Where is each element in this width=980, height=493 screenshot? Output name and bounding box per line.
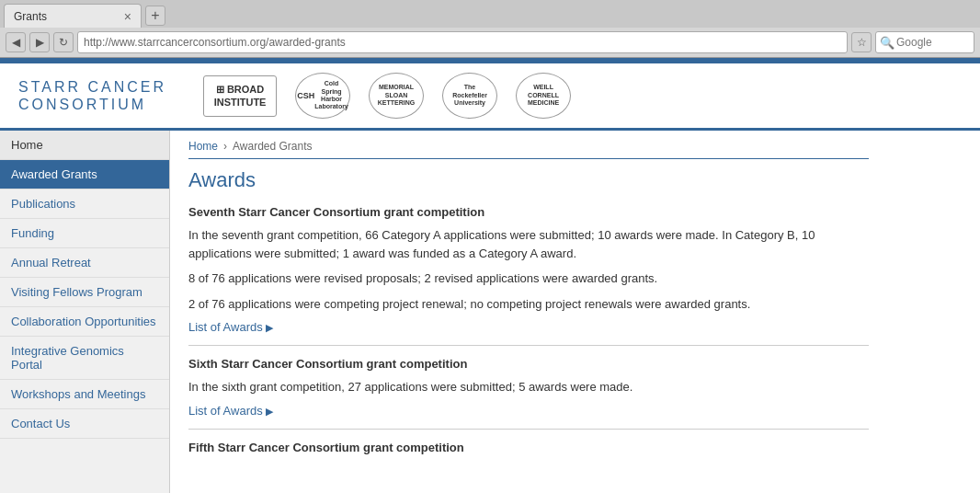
section-title-5th: Fifth Starr Cancer Consortium grant comp… [188,441,869,454]
back-button[interactable]: ◀ [6,32,26,52]
sidebar-item-funding[interactable]: Funding [0,219,169,248]
tab-bar: Grants × + [0,0,980,28]
section-text-7th-1: In the seventh grant competition, 66 Cat… [188,226,869,262]
search-input[interactable] [896,36,970,49]
arrow-icon-7th: ▶ [266,322,273,333]
browser-chrome: Grants × + ◀ ▶ ↻ ☆ 🔍 [0,0,980,58]
site-title: STARR CANCER CONSORTIUM [18,78,166,113]
sidebar-item-annual-retreat[interactable]: Annual Retreat [0,248,169,278]
csh-logo: CSHCold Spring HarborLaboratory [295,73,350,119]
tab-close-button[interactable]: × [124,9,131,24]
sidebar-item-publications[interactable]: Publications [0,189,169,219]
sidebar-item-home[interactable]: Home [0,131,169,160]
breadcrumb-home-link[interactable]: Home [188,140,218,153]
search-icon: 🔍 [880,36,895,50]
sidebar-item-visiting-fellows[interactable]: Visiting Fellows Program [0,278,169,307]
breadcrumb-current: Awarded Grants [233,140,313,153]
page-title: Awards [188,168,869,192]
arrow-icon-6th: ▶ [266,406,273,417]
breadcrumb: Home › Awarded Grants [188,140,869,159]
sidebar-item-collaboration[interactable]: Collaboration Opportunities [0,307,169,337]
address-bar: ◀ ▶ ↻ ☆ 🔍 [0,28,980,57]
search-box[interactable]: 🔍 [875,31,974,53]
main-layout: Home Awarded Grants Publications Funding… [0,131,980,493]
page-header: STARR CANCER CONSORTIUM ⊞ BROADINSTITUTE… [0,63,980,131]
section-text-6th-1: In the sixth grant competition, 27 appli… [188,378,869,396]
sidebar-item-contact[interactable]: Contact Us [0,409,169,439]
msk-logo: MEMORIALSLOANKETTERING [369,73,424,119]
section-title-7th: Seventh Starr Cancer Consortium grant co… [188,205,869,219]
main-content: Home › Awarded Grants Awards Seventh Sta… [170,131,887,493]
forward-button[interactable]: ▶ [29,32,50,52]
rockefeller-logo: TheRockefellerUniversity [442,73,497,119]
breadcrumb-separator: › [223,140,227,153]
sidebar: Home Awarded Grants Publications Funding… [0,131,170,493]
section-text-7th-3: 2 of 76 applications were competing proj… [188,295,869,314]
section-title-6th: Sixth Starr Cancer Consortium grant comp… [188,357,869,371]
list-of-awards-link-7th[interactable]: List of Awards ▶ [188,320,273,334]
broad-institute-logo: ⊞ BROADINSTITUTE [203,75,277,117]
address-input[interactable] [77,31,848,53]
refresh-button[interactable]: ↻ [53,32,74,52]
sidebar-item-awarded-grants[interactable]: Awarded Grants [0,160,169,189]
bookmark-button[interactable]: ☆ [851,32,872,52]
divider-2 [188,429,869,430]
partner-logos: ⊞ BROADINSTITUTE CSHCold Spring HarborLa… [203,73,962,119]
sidebar-item-genomics-portal[interactable]: Integrative Genomics Portal [0,337,169,380]
section-text-7th-2: 8 of 76 applications were revised propos… [188,269,869,288]
sidebar-item-workshops[interactable]: Workshops and Meetings [0,380,169,409]
browser-tab[interactable]: Grants × [4,4,142,28]
tab-title: Grants [14,10,117,23]
divider-1 [188,345,869,346]
list-of-awards-link-6th[interactable]: List of Awards ▶ [188,404,273,418]
new-tab-button[interactable]: + [145,6,165,26]
weill-cornell-logo: WEILLCORNELLMEDICINE [516,73,571,119]
